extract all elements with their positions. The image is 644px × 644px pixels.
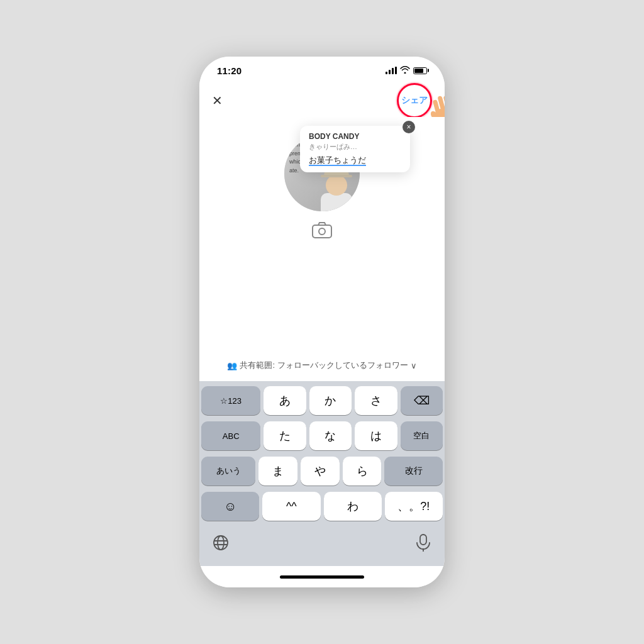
home-indicator [199,566,445,587]
tooltip-close-button[interactable]: × [402,121,415,133]
tooltip-title: BODY CANDY [309,132,401,141]
share-button[interactable]: シェア [397,83,432,118]
keyboard-row-3: あいう ま や ら 改行 [201,457,443,486]
tooltip-subtitle: きゃりーぱみ… [309,142,401,152]
svg-point-12 [218,536,224,550]
keyboard: ☆123 あ か さ ⌫ ABC た な [199,381,445,566]
share-scope-text: 共有範囲: フォローバックしているフォロワー [240,360,408,371]
key-ha[interactable]: は [355,421,397,450]
key-wa[interactable]: わ [324,492,382,521]
close-button[interactable]: ✕ [212,94,223,107]
keyboard-row-1: ☆123 あ か さ ⌫ [201,386,443,415]
chevron-down-icon: ∨ [411,361,417,370]
key-aiueo[interactable]: あいう [201,457,255,486]
key-a[interactable]: あ [264,386,306,415]
home-bar [280,575,364,579]
svg-point-10 [319,228,325,235]
key-ya[interactable]: や [301,457,340,486]
svg-point-11 [214,536,228,550]
key-space[interactable]: 空白 [401,421,443,450]
signal-bars-icon [386,67,397,74]
key-abc[interactable]: ABC [201,421,260,450]
keyboard-row-2: ABC た な は 空白 [201,421,443,450]
key-punctuation[interactable]: 、。?! [385,492,443,521]
key-sa[interactable]: さ [355,386,397,415]
share-btn-wrapper: シェア [397,83,432,118]
globe-icon-button[interactable] [208,530,234,556]
svg-rect-9 [313,225,331,238]
key-special-123[interactable]: ☆123 [201,386,260,415]
tooltip-content: お菓子ちょうだ [309,155,366,166]
status-time: 11:20 [217,65,242,76]
share-scope[interactable]: 👥 共有範囲: フォローバックしているフォロワー ∨ [227,360,416,371]
app-header: ✕ シェア [199,84,445,117]
status-bar: 11:20 [199,57,445,84]
key-ta[interactable]: た [264,421,306,450]
key-emoji[interactable]: ☺ [201,492,259,521]
key-return[interactable]: 改行 [384,457,443,486]
key-ma[interactable]: ま [258,457,297,486]
key-kana1[interactable]: ^^ [262,492,320,521]
svg-rect-1 [433,99,441,115]
phone-frame: 11:20 ✕ シェア [199,57,445,587]
svg-rect-2 [437,96,445,114]
camera-icon [312,221,332,239]
key-na[interactable]: な [309,421,352,450]
status-icons [386,66,427,75]
key-ra[interactable]: ら [343,457,382,486]
content-area: × BODY CANDY きゃりーぱみ… お菓子ちょうだ identify pr… [199,117,445,381]
key-ka[interactable]: か [309,386,352,415]
camera-icon-area[interactable] [312,221,332,239]
keyboard-bottom-row [201,527,443,566]
key-delete[interactable]: ⌫ [401,386,443,415]
wifi-icon [400,66,410,75]
tooltip-popup: × BODY CANDY きゃりーぱみ… お菓子ちょうだ [300,126,410,172]
battery-icon [413,67,427,74]
share-label: シェア [401,95,428,106]
svg-rect-3 [443,96,445,113]
keyboard-row-4: ☺ ^^ わ 、。?! [201,492,443,521]
share-scope-icon: 👥 [227,361,237,370]
svg-rect-15 [420,535,426,545]
microphone-icon-button[interactable] [410,530,436,556]
